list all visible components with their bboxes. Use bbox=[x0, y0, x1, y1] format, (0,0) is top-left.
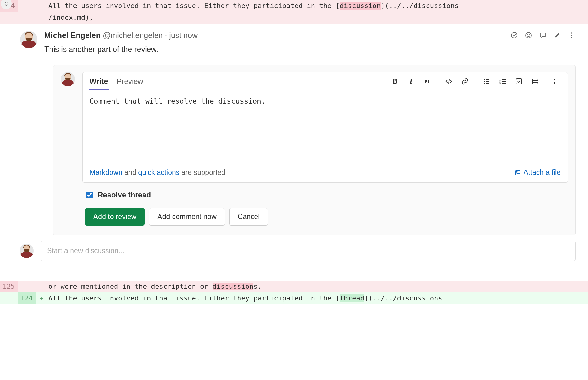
comment-handle[interactable]: @michel.engelen bbox=[103, 31, 163, 40]
bold-icon[interactable]: B bbox=[391, 77, 399, 85]
current-user-avatar[interactable] bbox=[61, 72, 75, 86]
diff-line-added: 124 + All the users involved in that iss… bbox=[0, 292, 588, 304]
diff-sign: - bbox=[36, 0, 47, 12]
reply-icon[interactable] bbox=[538, 31, 547, 40]
comment-thread: Michel Engelen @michel.engelen · just no… bbox=[0, 24, 588, 281]
svg-point-7 bbox=[484, 79, 485, 80]
preview-tab[interactable]: Preview bbox=[117, 73, 143, 90]
new-discussion-input[interactable] bbox=[41, 241, 576, 261]
svg-point-2 bbox=[528, 35, 528, 35]
diff-code: /index.md), bbox=[47, 12, 588, 24]
markdown-help-link[interactable]: Markdown bbox=[90, 168, 122, 176]
comment-textarea[interactable] bbox=[83, 90, 568, 163]
new-line-number bbox=[18, 0, 36, 12]
svg-point-1 bbox=[526, 32, 531, 38]
comment-author[interactable]: Michel Engelen bbox=[44, 31, 101, 40]
comment-timestamp: just now bbox=[169, 31, 198, 40]
add-comment-now-button[interactable]: Add comment now bbox=[149, 208, 225, 226]
task-list-icon[interactable] bbox=[515, 77, 523, 85]
new-line-number: 124 bbox=[18, 292, 36, 304]
editor-toolbar: B I 123 bbox=[391, 77, 561, 85]
svg-point-5 bbox=[571, 35, 572, 36]
diff-code: or were mentioned in the description or … bbox=[47, 281, 588, 292]
numbered-list-icon[interactable]: 123 bbox=[499, 77, 507, 85]
resolve-thread-checkbox[interactable] bbox=[86, 192, 93, 198]
diff-line-removed: 125 - or were mentioned in the descripti… bbox=[0, 281, 588, 292]
svg-point-6 bbox=[571, 37, 572, 38]
link-icon[interactable] bbox=[461, 77, 469, 85]
comment-body: This is another part of the review. bbox=[44, 40, 510, 54]
add-to-review-button[interactable]: Add to review bbox=[85, 208, 145, 226]
svg-point-0 bbox=[511, 32, 517, 38]
diff-sign: - bbox=[36, 281, 47, 292]
diff-sign: + bbox=[36, 292, 47, 304]
old-line-number: 125 bbox=[0, 281, 18, 292]
commenter-avatar[interactable] bbox=[20, 31, 37, 48]
attach-file-button[interactable]: Attach a file bbox=[514, 168, 561, 177]
svg-rect-13 bbox=[516, 79, 522, 84]
current-user-avatar-small[interactable] bbox=[20, 244, 34, 258]
svg-point-8 bbox=[484, 81, 485, 82]
resolve-icon[interactable] bbox=[510, 31, 519, 40]
diff-code: All the users involved in that issue. Ei… bbox=[47, 0, 588, 12]
svg-point-9 bbox=[484, 83, 485, 84]
svg-text:3: 3 bbox=[499, 82, 501, 84]
diff-line-removed-cont: /index.md), bbox=[0, 12, 588, 24]
svg-rect-15 bbox=[515, 170, 520, 175]
fullscreen-icon[interactable] bbox=[553, 77, 561, 85]
diff-code: All the users involved in that issue. Ei… bbox=[47, 292, 588, 304]
reply-box: Write Preview B I 123 bbox=[53, 65, 576, 235]
italic-icon[interactable]: I bbox=[407, 77, 415, 85]
bullet-list-icon[interactable] bbox=[483, 77, 491, 85]
resolve-thread-label: Resolve thread bbox=[98, 191, 151, 199]
edit-icon[interactable] bbox=[553, 31, 561, 40]
emoji-icon[interactable] bbox=[524, 31, 533, 40]
write-tab[interactable]: Write bbox=[90, 73, 108, 90]
svg-point-3 bbox=[529, 35, 530, 35]
table-icon[interactable] bbox=[531, 77, 539, 85]
quick-actions-link[interactable]: quick actions bbox=[138, 168, 179, 176]
svg-point-16 bbox=[516, 171, 517, 172]
diff-line-removed: 124 - All the users involved in that iss… bbox=[0, 0, 588, 12]
code-icon[interactable] bbox=[445, 77, 453, 85]
quote-icon[interactable] bbox=[423, 77, 431, 85]
more-icon[interactable] bbox=[567, 31, 576, 40]
cancel-button[interactable]: Cancel bbox=[229, 208, 268, 226]
svg-point-4 bbox=[571, 32, 572, 34]
